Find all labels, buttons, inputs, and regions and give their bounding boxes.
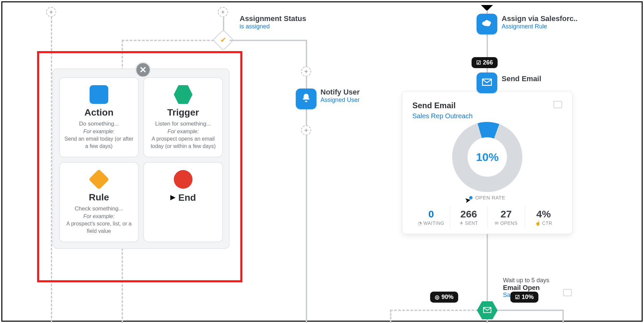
wait-line2: Email Open (503, 284, 549, 292)
metric-waiting: 0 ◔WAITING (412, 206, 450, 228)
image-placeholder-icon (553, 101, 562, 108)
notify-title: Notify User (320, 88, 360, 97)
branch-value: 90% (441, 294, 454, 301)
envelope-icon (483, 305, 492, 316)
metric-label: OPENS (500, 220, 518, 226)
donut-value: 10% (476, 151, 499, 164)
metric-ctr: 4% ☝CTR (525, 206, 562, 228)
action-node-assign-salesforce[interactable] (477, 14, 497, 34)
notify-sub: Assigned User (320, 97, 360, 104)
legend-label: OPEN RATE (475, 195, 505, 200)
assign-title: Assign via Salesforc.. (502, 14, 577, 23)
action-node-notify-user[interactable] (296, 89, 316, 109)
report-sub: Sales Rep Outreach (412, 112, 562, 120)
branch-badge-left: ◎ 90% (430, 292, 458, 303)
send-icon: ✈ (460, 220, 464, 226)
mail-open-icon: ✉ (495, 220, 499, 226)
connector (306, 40, 307, 323)
click-icon: ☝ (535, 220, 541, 226)
target-icon: ◎ (435, 294, 439, 300)
add-step-button[interactable]: + (301, 66, 311, 76)
report-title: Send Email (412, 101, 562, 110)
trigger-node-email-open[interactable] (477, 301, 498, 319)
connector (562, 310, 564, 323)
image-placeholder-icon (563, 289, 572, 296)
flow-canvas[interactable]: { "decision": { "title": "Assignment Sta… (2, 2, 642, 321)
add-step-button[interactable]: + (46, 7, 56, 17)
connector (230, 40, 306, 41)
decision-sub: is assigned (240, 23, 306, 30)
metric-label: WAITING (423, 220, 444, 226)
email-report-popover[interactable]: Send Email Sales Rep Outreach 10% OPEN R… (402, 91, 572, 234)
metric-label: SENT (465, 220, 478, 226)
decision-label: Assignment Status is assigned (240, 14, 306, 30)
add-step-button[interactable]: + (301, 125, 311, 135)
action-node-send-email[interactable] (477, 72, 497, 93)
metric-value: 27 (489, 208, 523, 220)
metric-value: 4% (526, 208, 561, 220)
highlight-rectangle (37, 51, 242, 282)
connector-dashed (390, 310, 478, 311)
assign-label: Assign via Salesforc.. Assignment Rule (502, 14, 577, 30)
connector-dashed (390, 310, 391, 323)
envelope-icon (482, 77, 492, 89)
branch-badge-right: ☑ 10% (510, 292, 538, 303)
connector (496, 310, 563, 311)
notify-label: Notify User Assigned User (320, 88, 360, 104)
checkbox-icon: ☑ (515, 294, 520, 300)
assign-sub: Assignment Rule (502, 23, 577, 30)
salesforce-cloud-icon (481, 18, 493, 30)
decision-title: Assignment Status (240, 14, 306, 23)
count-value: 266 (483, 59, 493, 66)
metric-sent: 266 ✈SENT (450, 206, 487, 228)
bell-icon (301, 93, 311, 105)
send-email-title: Send Email (502, 74, 541, 83)
metrics-row: 0 ◔WAITING 266 ✈SENT 27 ✉OPENS 4% ☝CTR (412, 206, 562, 228)
send-email-label: Send Email (502, 74, 541, 83)
metric-opens: 27 ✉OPENS (487, 206, 525, 228)
metric-label: CTR (542, 220, 552, 226)
metric-value: 0 (414, 208, 448, 220)
count-badge-sent: ☑ 266 (472, 57, 498, 68)
wait-line1: Wait up to 5 days (503, 277, 549, 284)
check-icon: ✔ (220, 36, 226, 44)
clock-icon: ◔ (418, 220, 422, 226)
donut-chart: 10% (444, 114, 531, 200)
connector-dashed (122, 40, 222, 41)
donut-legend: OPEN RATE (469, 195, 505, 200)
add-step-button[interactable]: + (218, 7, 228, 17)
open-rate-donut: 10% OPEN RATE (412, 122, 562, 200)
branch-value: 10% (522, 294, 534, 301)
checkbox-icon: ☑ (476, 59, 481, 66)
metric-value: 266 (452, 208, 486, 220)
